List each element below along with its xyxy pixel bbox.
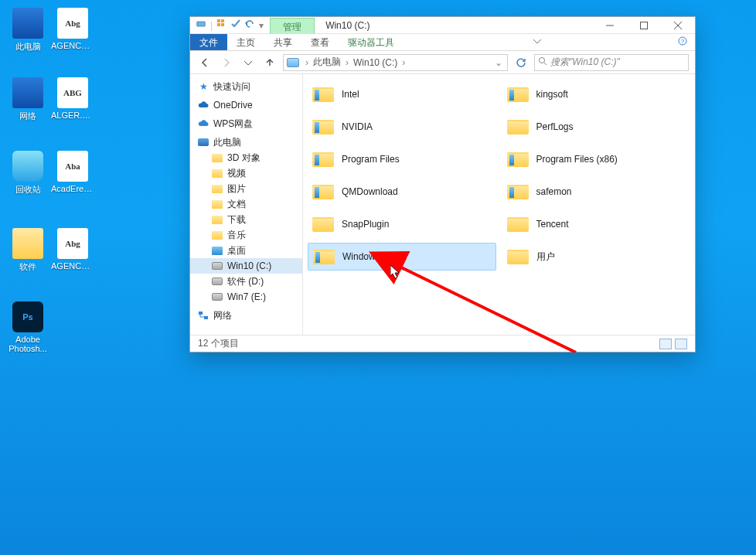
desktop-icon-label: AGENCYR... (51, 41, 94, 50)
folder-item-nvidia[interactable]: NVIDIA (308, 113, 496, 141)
chevron-right-icon[interactable]: › (304, 57, 310, 68)
window-title: Win10 (C:) (315, 17, 380, 33)
sidebar-item-wps[interactable]: WPS网盘 (190, 116, 302, 131)
nav-up-button[interactable] (261, 54, 278, 71)
folder-icon (212, 200, 223, 209)
folder-item-snapplugin[interactable]: SnapPlugin (308, 210, 496, 238)
help-button[interactable]: ? (670, 34, 695, 50)
sidebar-item-videos[interactable]: 视频 (190, 165, 302, 181)
folder-item-windows[interactable]: Windows (308, 243, 496, 271)
folder-icon (212, 216, 223, 224)
refresh-button[interactable] (513, 54, 530, 71)
svg-line-12 (544, 63, 547, 65)
desktop-icon-software[interactable]: 软件 (6, 228, 49, 273)
desktop-icon-photoshop[interactable]: Ps Adobe Photosh... (6, 301, 49, 353)
checkmark-icon[interactable] (231, 19, 240, 31)
sidebar-item-drive-c[interactable]: Win10 (C:) (190, 258, 302, 274)
folder-item-program-files-x86[interactable]: Program Files (x86) (502, 145, 691, 173)
details-view-button[interactable] (659, 339, 672, 349)
folder-label: Program Files (x86) (536, 154, 618, 165)
drive-icon (212, 278, 223, 285)
network-icon (12, 77, 43, 108)
folder-item-users[interactable]: 用户 (502, 243, 691, 271)
desktop-icon-label: Photosh... (6, 344, 49, 353)
sidebar-item-onedrive[interactable]: OneDrive (190, 97, 302, 113)
sidebar-item-label: 音乐 (227, 229, 295, 242)
sidebar-item-quick-access[interactable]: ★ 快速访问 (190, 79, 302, 94)
tab-home[interactable]: 主页 (227, 34, 264, 50)
desktop-icon-alger[interactable]: ABG ALGER.TTF (51, 77, 94, 120)
undo-icon[interactable] (245, 19, 254, 31)
sidebar-item-label: 下载 (227, 213, 295, 226)
file-list[interactable]: Intel kingsoft NVIDIA PerfLogs Program F… (303, 74, 695, 335)
maximize-button[interactable] (627, 17, 661, 33)
nav-recent-button[interactable] (240, 54, 257, 71)
desktop-icon-agencyb[interactable]: Abg AGENCYB... (51, 228, 94, 271)
breadcrumb[interactable]: › 此电脑 › Win10 (C:) › ⌄ (283, 54, 508, 71)
folder-item-kingsoft[interactable]: kingsoft (502, 80, 691, 108)
cloud-icon (198, 118, 209, 129)
grid-icon[interactable] (217, 19, 226, 31)
chevron-down-icon[interactable]: ⌄ (493, 57, 504, 68)
folder-icon (212, 154, 223, 162)
close-button[interactable] (661, 17, 695, 33)
chevron-right-icon[interactable]: › (344, 57, 350, 68)
folder-item-intel[interactable]: Intel (308, 80, 496, 108)
sidebar-item-label: OneDrive (213, 100, 295, 111)
sidebar-item-label: 快速访问 (213, 80, 295, 94)
chevron-right-icon[interactable]: › (400, 57, 407, 68)
breadcrumb-this-pc[interactable]: 此电脑 (312, 56, 342, 69)
sidebar-item-network[interactable]: 网络 (190, 308, 302, 323)
folder-item-tencent[interactable]: Tencent (502, 210, 691, 238)
sidebar-item-drive-e[interactable]: Win7 (E:) (190, 289, 302, 305)
sidebar-item-documents[interactable]: 文档 (190, 196, 302, 212)
minimize-button[interactable] (593, 17, 627, 33)
star-icon: ★ (198, 81, 209, 92)
folder-icon (312, 85, 334, 104)
folder-item-safemon[interactable]: safemon (502, 178, 691, 206)
folder-icon (12, 228, 43, 259)
nav-back-button[interactable] (196, 54, 213, 71)
font-file-icon: Aba (57, 151, 88, 182)
sidebar-item-downloads[interactable]: 下载 (190, 212, 302, 227)
desktop-icon-label: AGENCYB... (51, 261, 94, 271)
explorer-body: ★ 快速访问 OneDrive WPS网盘 (190, 74, 695, 335)
sidebar-item-pictures[interactable]: 图片 (190, 181, 302, 196)
desktop-icon-network[interactable]: 网络 (6, 77, 49, 122)
desktop-icon-label: 网络 (6, 111, 49, 122)
svg-rect-6 (641, 22, 648, 29)
breadcrumb-drive[interactable]: Win10 (C:) (352, 57, 399, 68)
sidebar-item-label: WPS网盘 (213, 117, 295, 131)
sidebar-item-label: Win7 (E:) (227, 291, 295, 302)
icons-view-button[interactable] (675, 339, 687, 349)
desktop-icon-acaderef[interactable]: Aba AcadEref.ttf (51, 151, 94, 193)
folder-item-program-files[interactable]: Program Files (308, 145, 496, 173)
svg-rect-3 (217, 23, 220, 26)
search-input[interactable]: 搜索"Win10 (C:)" (534, 54, 689, 71)
sidebar-item-drive-d[interactable]: 软件 (D:) (190, 274, 302, 289)
folder-item-qmdownload[interactable]: QMDownload (308, 178, 496, 206)
expand-ribbon-button[interactable] (526, 34, 549, 50)
desktop-icon-agencyr[interactable]: Abg AGENCYR... (51, 8, 94, 50)
sidebar-item-3d-objects[interactable]: 3D 对象 (190, 150, 302, 165)
tab-drive-tools[interactable]: 驱动器工具 (339, 34, 404, 50)
quick-access-toolbar: | ▾ (190, 17, 270, 33)
search-placeholder: 搜索"Win10 (C:)" (550, 56, 620, 69)
chevron-down-icon[interactable]: ▾ (259, 20, 264, 31)
tab-file[interactable]: 文件 (190, 34, 227, 50)
drive-icon (212, 293, 223, 301)
sidebar-item-music[interactable]: 音乐 (190, 227, 302, 243)
title-bar[interactable]: | ▾ 管理 Win10 (C:) (190, 17, 695, 34)
sidebar-item-desktop[interactable]: 桌面 (190, 243, 302, 258)
nav-forward-button[interactable] (218, 54, 235, 71)
tab-share[interactable]: 共享 (264, 34, 301, 50)
desktop-icon-this-pc[interactable]: 此电脑 (6, 8, 49, 53)
desktop-icon-recycle-bin[interactable]: 回收站 (6, 151, 49, 196)
font-file-icon: Abg (57, 228, 88, 259)
folder-icon (507, 117, 529, 136)
folder-icon (212, 247, 223, 255)
folder-item-perflogs[interactable]: PerfLogs (502, 113, 691, 141)
tab-view[interactable]: 查看 (301, 34, 339, 50)
sidebar-item-this-pc[interactable]: 此电脑 (190, 134, 302, 150)
folder-label: QMDownload (342, 186, 398, 197)
